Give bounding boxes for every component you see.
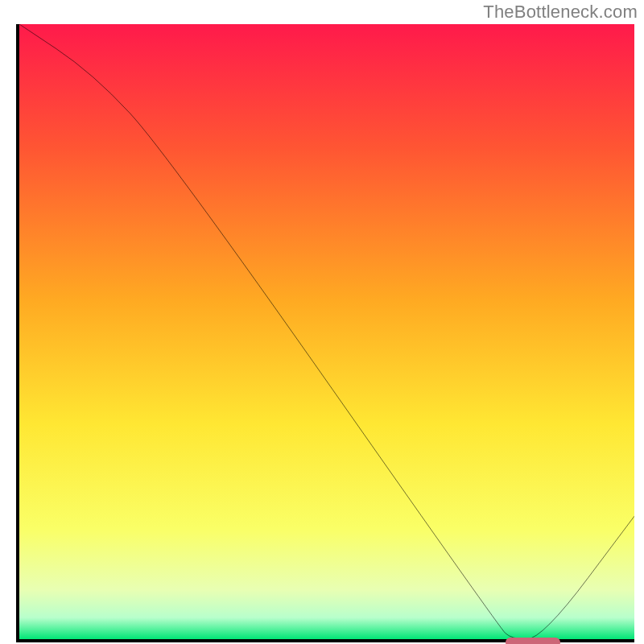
heat-gradient-background	[19, 24, 634, 639]
plot-area	[16, 24, 634, 642]
svg-rect-0	[19, 24, 634, 639]
chart-root: TheBottleneck.com	[0, 0, 644, 644]
optimal-range-marker	[506, 638, 561, 644]
watermark-text: TheBottleneck.com	[483, 2, 638, 23]
